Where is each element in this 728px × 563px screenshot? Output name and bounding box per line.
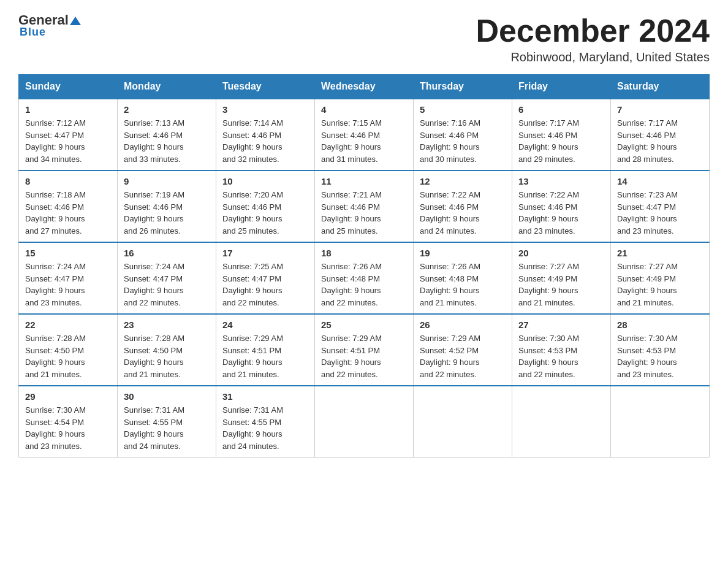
calendar-cell: 10 Sunrise: 7:20 AM Sunset: 4:46 PM Dayl… bbox=[216, 170, 315, 242]
day-number: 3 bbox=[222, 104, 308, 115]
calendar-cell bbox=[414, 386, 512, 458]
day-info: Sunrise: 7:28 AM Sunset: 4:50 PM Dayligh… bbox=[25, 332, 111, 380]
day-number: 18 bbox=[321, 248, 407, 258]
day-info: Sunrise: 7:21 AM Sunset: 4:46 PM Dayligh… bbox=[321, 189, 407, 237]
day-number: 21 bbox=[617, 248, 703, 258]
calendar-cell: 31 Sunrise: 7:31 AM Sunset: 4:55 PM Dayl… bbox=[216, 386, 315, 458]
day-number: 7 bbox=[617, 104, 703, 115]
day-number: 27 bbox=[518, 320, 604, 330]
day-info: Sunrise: 7:24 AM Sunset: 4:47 PM Dayligh… bbox=[124, 261, 210, 308]
day-number: 12 bbox=[420, 176, 506, 186]
day-info: Sunrise: 7:30 AM Sunset: 4:53 PM Dayligh… bbox=[518, 332, 604, 380]
calendar-cell: 25 Sunrise: 7:29 AM Sunset: 4:51 PM Dayl… bbox=[315, 314, 414, 386]
calendar-cell: 4 Sunrise: 7:15 AM Sunset: 4:46 PM Dayli… bbox=[315, 99, 414, 170]
calendar-cell: 12 Sunrise: 7:22 AM Sunset: 4:46 PM Dayl… bbox=[414, 170, 512, 242]
day-info: Sunrise: 7:17 AM Sunset: 4:46 PM Dayligh… bbox=[617, 117, 703, 165]
day-info: Sunrise: 7:12 AM Sunset: 4:47 PM Dayligh… bbox=[25, 117, 111, 165]
calendar-cell: 15 Sunrise: 7:24 AM Sunset: 4:47 PM Dayl… bbox=[19, 242, 118, 314]
svg-marker-0 bbox=[70, 17, 81, 25]
calendar-header-row: SundayMondayTuesdayWednesdayThursdayFrid… bbox=[19, 75, 710, 99]
day-info: Sunrise: 7:24 AM Sunset: 4:47 PM Dayligh… bbox=[25, 261, 111, 308]
calendar-cell bbox=[512, 386, 611, 458]
day-info: Sunrise: 7:25 AM Sunset: 4:47 PM Dayligh… bbox=[222, 261, 308, 308]
calendar-cell: 27 Sunrise: 7:30 AM Sunset: 4:53 PM Dayl… bbox=[512, 314, 611, 386]
calendar-cell: 7 Sunrise: 7:17 AM Sunset: 4:46 PM Dayli… bbox=[611, 99, 710, 170]
calendar-cell: 6 Sunrise: 7:17 AM Sunset: 4:46 PM Dayli… bbox=[512, 99, 611, 170]
day-number: 16 bbox=[124, 248, 210, 258]
calendar-cell: 11 Sunrise: 7:21 AM Sunset: 4:46 PM Dayl… bbox=[315, 170, 414, 242]
calendar-cell: 1 Sunrise: 7:12 AM Sunset: 4:47 PM Dayli… bbox=[19, 99, 118, 170]
day-info: Sunrise: 7:16 AM Sunset: 4:46 PM Dayligh… bbox=[420, 117, 506, 165]
day-number: 4 bbox=[321, 104, 407, 115]
calendar-cell bbox=[315, 386, 414, 458]
day-header-friday: Friday bbox=[512, 75, 611, 99]
day-number: 1 bbox=[25, 104, 111, 115]
calendar-cell: 26 Sunrise: 7:29 AM Sunset: 4:52 PM Dayl… bbox=[414, 314, 512, 386]
day-number: 28 bbox=[617, 320, 703, 330]
day-number: 14 bbox=[617, 176, 703, 186]
day-number: 9 bbox=[124, 176, 210, 186]
day-info: Sunrise: 7:31 AM Sunset: 4:55 PM Dayligh… bbox=[124, 404, 210, 452]
day-number: 11 bbox=[321, 176, 407, 186]
day-number: 20 bbox=[518, 248, 604, 258]
day-info: Sunrise: 7:27 AM Sunset: 4:49 PM Dayligh… bbox=[617, 261, 703, 308]
calendar-cell: 14 Sunrise: 7:23 AM Sunset: 4:47 PM Dayl… bbox=[611, 170, 710, 242]
logo: General Blue bbox=[18, 12, 82, 39]
day-info: Sunrise: 7:29 AM Sunset: 4:51 PM Dayligh… bbox=[222, 332, 308, 380]
day-header-monday: Monday bbox=[118, 75, 216, 99]
day-info: Sunrise: 7:13 AM Sunset: 4:46 PM Dayligh… bbox=[124, 117, 210, 165]
day-number: 26 bbox=[420, 320, 506, 330]
calendar-cell: 29 Sunrise: 7:30 AM Sunset: 4:54 PM Dayl… bbox=[19, 386, 118, 458]
calendar-cell: 28 Sunrise: 7:30 AM Sunset: 4:53 PM Dayl… bbox=[611, 314, 710, 386]
day-info: Sunrise: 7:20 AM Sunset: 4:46 PM Dayligh… bbox=[222, 189, 308, 237]
page-header: General Blue December 2024 Robinwood, Ma… bbox=[18, 12, 710, 64]
calendar-week-row: 29 Sunrise: 7:30 AM Sunset: 4:54 PM Dayl… bbox=[19, 386, 710, 458]
calendar-week-row: 1 Sunrise: 7:12 AM Sunset: 4:47 PM Dayli… bbox=[19, 99, 710, 170]
calendar-cell: 9 Sunrise: 7:19 AM Sunset: 4:46 PM Dayli… bbox=[118, 170, 216, 242]
calendar-cell: 23 Sunrise: 7:28 AM Sunset: 4:50 PM Dayl… bbox=[118, 314, 216, 386]
calendar-table: SundayMondayTuesdayWednesdayThursdayFrid… bbox=[18, 74, 710, 458]
calendar-cell: 22 Sunrise: 7:28 AM Sunset: 4:50 PM Dayl… bbox=[19, 314, 118, 386]
calendar-cell: 30 Sunrise: 7:31 AM Sunset: 4:55 PM Dayl… bbox=[118, 386, 216, 458]
day-number: 19 bbox=[420, 248, 506, 258]
day-info: Sunrise: 7:30 AM Sunset: 4:53 PM Dayligh… bbox=[617, 332, 703, 380]
day-info: Sunrise: 7:26 AM Sunset: 4:48 PM Dayligh… bbox=[321, 261, 407, 308]
day-info: Sunrise: 7:17 AM Sunset: 4:46 PM Dayligh… bbox=[518, 117, 604, 165]
day-number: 10 bbox=[222, 176, 308, 186]
day-number: 13 bbox=[518, 176, 604, 186]
day-number: 5 bbox=[420, 104, 506, 115]
day-info: Sunrise: 7:18 AM Sunset: 4:46 PM Dayligh… bbox=[25, 189, 111, 237]
calendar-cell: 13 Sunrise: 7:22 AM Sunset: 4:46 PM Dayl… bbox=[512, 170, 611, 242]
day-header-saturday: Saturday bbox=[611, 75, 710, 99]
day-number: 24 bbox=[222, 320, 308, 330]
day-header-tuesday: Tuesday bbox=[216, 75, 315, 99]
calendar-cell: 3 Sunrise: 7:14 AM Sunset: 4:46 PM Dayli… bbox=[216, 99, 315, 170]
calendar-cell: 5 Sunrise: 7:16 AM Sunset: 4:46 PM Dayli… bbox=[414, 99, 512, 170]
day-info: Sunrise: 7:30 AM Sunset: 4:54 PM Dayligh… bbox=[25, 404, 111, 452]
day-info: Sunrise: 7:14 AM Sunset: 4:46 PM Dayligh… bbox=[222, 117, 308, 165]
day-info: Sunrise: 7:31 AM Sunset: 4:55 PM Dayligh… bbox=[222, 404, 308, 452]
calendar-week-row: 15 Sunrise: 7:24 AM Sunset: 4:47 PM Dayl… bbox=[19, 242, 710, 314]
day-number: 23 bbox=[124, 320, 210, 330]
day-info: Sunrise: 7:26 AM Sunset: 4:48 PM Dayligh… bbox=[420, 261, 506, 308]
day-number: 6 bbox=[518, 104, 604, 115]
calendar-cell: 8 Sunrise: 7:18 AM Sunset: 4:46 PM Dayli… bbox=[19, 170, 118, 242]
logo-blue-text: Blue bbox=[20, 26, 46, 39]
day-number: 30 bbox=[124, 391, 210, 402]
day-info: Sunrise: 7:22 AM Sunset: 4:46 PM Dayligh… bbox=[518, 189, 604, 237]
day-info: Sunrise: 7:29 AM Sunset: 4:51 PM Dayligh… bbox=[321, 332, 407, 380]
logo-triangle-icon bbox=[70, 15, 81, 26]
location-title: Robinwood, Maryland, United States bbox=[476, 50, 710, 64]
calendar-cell: 20 Sunrise: 7:27 AM Sunset: 4:49 PM Dayl… bbox=[512, 242, 611, 314]
calendar-cell: 21 Sunrise: 7:27 AM Sunset: 4:49 PM Dayl… bbox=[611, 242, 710, 314]
calendar-cell: 19 Sunrise: 7:26 AM Sunset: 4:48 PM Dayl… bbox=[414, 242, 512, 314]
day-number: 2 bbox=[124, 104, 210, 115]
calendar-cell: 16 Sunrise: 7:24 AM Sunset: 4:47 PM Dayl… bbox=[118, 242, 216, 314]
day-info: Sunrise: 7:15 AM Sunset: 4:46 PM Dayligh… bbox=[321, 117, 407, 165]
calendar-cell: 2 Sunrise: 7:13 AM Sunset: 4:46 PM Dayli… bbox=[118, 99, 216, 170]
calendar-cell: 24 Sunrise: 7:29 AM Sunset: 4:51 PM Dayl… bbox=[216, 314, 315, 386]
day-number: 17 bbox=[222, 248, 308, 258]
day-number: 8 bbox=[25, 176, 111, 186]
day-info: Sunrise: 7:23 AM Sunset: 4:47 PM Dayligh… bbox=[617, 189, 703, 237]
day-number: 31 bbox=[222, 391, 308, 402]
